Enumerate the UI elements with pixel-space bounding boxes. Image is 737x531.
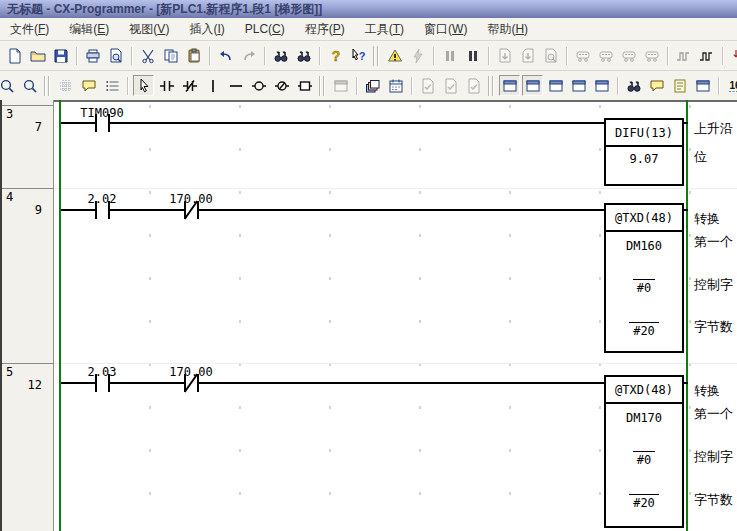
- online-edit-icon[interactable]: [330, 75, 351, 96]
- contact-operand-label[interactable]: 170.00: [151, 365, 231, 379]
- new-instruction-icon[interactable]: [294, 75, 315, 96]
- ladder-view: 3 7 4 9 5 12 TIM090 DIFU(13): [0, 100, 737, 531]
- view-watch-icon[interactable]: [568, 75, 589, 96]
- zoom-out-icon[interactable]: [0, 75, 17, 96]
- output-window-icon[interactable]: [692, 75, 713, 96]
- rung-step-number: 12: [28, 378, 42, 392]
- upload-from-plc-icon[interactable]: [517, 45, 538, 66]
- view-diagram-icon[interactable]: [522, 75, 543, 96]
- new-coil-icon[interactable]: [248, 75, 269, 96]
- instruction-mnemonic: @TXD(48): [606, 205, 682, 232]
- mode-run-icon[interactable]: [641, 45, 662, 66]
- paste-icon[interactable]: [183, 45, 204, 66]
- rung-margin-cell[interactable]: 4 9: [2, 188, 53, 364]
- show-comments-icon[interactable]: [78, 75, 99, 96]
- new-vertical-line-icon[interactable]: [202, 75, 223, 96]
- toolbar-separator: [613, 75, 622, 97]
- new-horizontal-line-icon[interactable]: [225, 75, 246, 96]
- contact-operand-label[interactable]: 170.00: [151, 192, 231, 206]
- show-grid-icon[interactable]: [55, 75, 76, 96]
- find-replace-icon[interactable]: [293, 45, 314, 66]
- toolbar-standard: [0, 41, 737, 71]
- new-closed-coil-icon[interactable]: [271, 75, 292, 96]
- new-contact-icon[interactable]: [156, 75, 177, 96]
- ladder-canvas[interactable]: TIM090 DIFU(13) 9.07 上升沿 位 2.02 170.00 @…: [55, 100, 737, 531]
- pause-monitoring-icon[interactable]: [462, 45, 483, 66]
- mode-monitor-icon[interactable]: [618, 45, 639, 66]
- contact-operand-label[interactable]: 2.03: [62, 365, 142, 379]
- new-closed-contact-icon[interactable]: [179, 75, 200, 96]
- menu-item-T[interactable]: 工具(T): [355, 21, 414, 38]
- mode-program-icon[interactable]: [572, 45, 593, 66]
- toolbar-separator: [316, 75, 329, 97]
- task-calendar-icon[interactable]: [385, 75, 406, 96]
- auto-online-icon[interactable]: [407, 45, 428, 66]
- download-to-plc-icon[interactable]: [494, 45, 515, 66]
- view-mnemonics-icon[interactable]: [545, 75, 566, 96]
- cut-icon[interactable]: [137, 45, 158, 66]
- instruction-block-txd[interactable]: @TXD(48) DM160 #0 #20: [604, 203, 684, 353]
- transfer-program-icon[interactable]: [728, 45, 737, 66]
- print-preview-icon[interactable]: [105, 45, 126, 66]
- menu-item-V[interactable]: 视图(V): [119, 21, 179, 38]
- toggle-monitoring-icon[interactable]: [439, 45, 460, 66]
- toolbar-separator: [370, 45, 383, 67]
- show-rung-annotations-icon[interactable]: [101, 75, 122, 96]
- rung-margin: 3 7 4 9 5 12: [2, 100, 54, 531]
- menu-item-E[interactable]: 编辑(E): [59, 21, 119, 38]
- instruction-block-difu[interactable]: DIFU(13) 9.07: [604, 118, 684, 186]
- differential-monitor-icon[interactable]: [696, 45, 717, 66]
- save-file-icon[interactable]: [50, 45, 71, 66]
- redo-icon[interactable]: [238, 45, 259, 66]
- help-icon[interactable]: [325, 45, 346, 66]
- monitor-hex-icon[interactable]: [724, 75, 737, 96]
- toolbar-separator: [123, 75, 132, 97]
- menu-item-C[interactable]: PLC(C): [235, 22, 295, 36]
- menu-item-F[interactable]: 文件(F): [0, 21, 59, 38]
- open-file-icon[interactable]: [27, 45, 48, 66]
- rung-wire-stub: [684, 209, 688, 211]
- undo-icon[interactable]: [215, 45, 236, 66]
- view-properties-icon[interactable]: [591, 75, 612, 96]
- address-reference-icon[interactable]: [669, 75, 690, 96]
- toolbar-separator: [718, 45, 727, 67]
- compare-with-plc-icon[interactable]: [540, 45, 561, 66]
- contact-gap: [97, 382, 108, 384]
- cancel-changes-icon[interactable]: [440, 75, 461, 96]
- zoom-in-icon[interactable]: [19, 75, 40, 96]
- rung-step-number: 9: [35, 203, 42, 217]
- instruction-block-txd[interactable]: @TXD(48) DM170 #0 #20: [604, 375, 684, 528]
- menu-item-P[interactable]: 程序(P): [295, 21, 355, 38]
- operand-comment: 控制字: [694, 277, 733, 293]
- menu-item-I[interactable]: 插入(I): [179, 21, 234, 38]
- new-file-icon[interactable]: [4, 45, 25, 66]
- contact-operand-label[interactable]: 2.02: [62, 192, 142, 206]
- send-changes-icon[interactable]: [417, 75, 438, 96]
- verify-changes-icon[interactable]: [463, 75, 484, 96]
- copy-icon[interactable]: [160, 45, 181, 66]
- contact-operand-label[interactable]: TIM090: [62, 106, 142, 120]
- rung-margin-cell[interactable]: 3 7: [2, 105, 53, 189]
- instruction-operand: #20: [606, 322, 682, 338]
- print-icon[interactable]: [82, 45, 103, 66]
- operand-comment: 第一个: [694, 406, 733, 422]
- find-icon[interactable]: [270, 45, 291, 66]
- right-bus-bar: [686, 100, 688, 531]
- toolbar-separator: [41, 75, 54, 97]
- step-monitor-icon[interactable]: [673, 45, 694, 66]
- instruction-operand: DM160: [606, 239, 682, 253]
- work-online-icon[interactable]: [384, 45, 405, 66]
- watch-window-icon[interactable]: [646, 75, 667, 96]
- rung-margin-cell[interactable]: 5 12: [2, 363, 53, 531]
- program-sections-icon[interactable]: [362, 75, 383, 96]
- context-help-icon[interactable]: [348, 45, 369, 66]
- view-local-symbols-icon[interactable]: [499, 75, 520, 96]
- instruction-operand: #20: [606, 494, 682, 510]
- menu-item-H[interactable]: 帮助(H): [477, 21, 538, 38]
- contact-gap: [97, 209, 108, 211]
- cross-reference-icon[interactable]: [623, 75, 644, 96]
- mode-debug-icon[interactable]: [595, 45, 616, 66]
- menu-item-W[interactable]: 窗口(W): [414, 21, 477, 38]
- select-tool-icon[interactable]: [133, 75, 154, 96]
- rung-number: 3: [6, 107, 13, 121]
